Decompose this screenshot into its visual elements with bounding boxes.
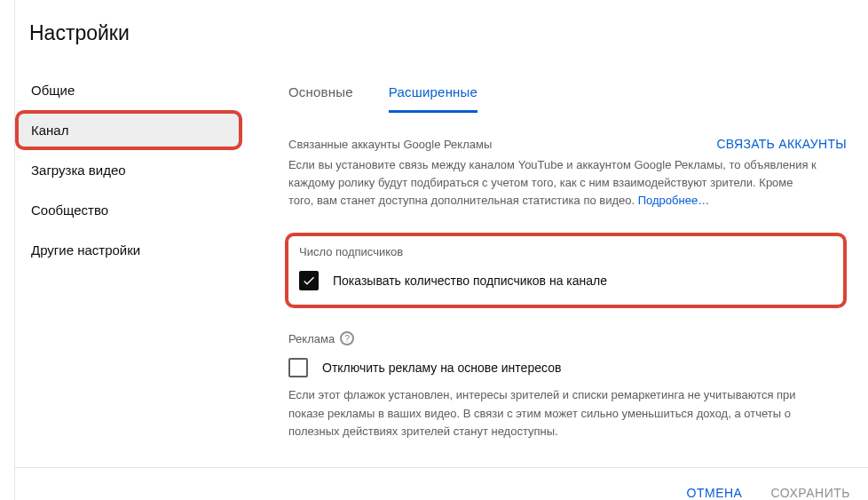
sidebar-item-upload[interactable]: Загрузка видео xyxy=(15,150,242,190)
sidebar-item-label: Общие xyxy=(31,83,75,98)
help-icon[interactable]: ? xyxy=(340,331,354,345)
sidebar-item-label: Загрузка видео xyxy=(31,163,126,178)
sidebar: Общие Канал Загрузка видео Сообщество Др… xyxy=(15,70,246,467)
ads-label: Реклама ? xyxy=(288,331,847,345)
learn-more-link[interactable]: Подробнее… xyxy=(638,194,709,207)
sidebar-item-other[interactable]: Другие настройки xyxy=(15,230,242,270)
ads-label-text: Реклама xyxy=(288,332,335,345)
linked-accounts-label: Связанные аккаунты Google Рекламы xyxy=(288,138,492,151)
show-subscribers-label: Показывать количество подписчиков на кан… xyxy=(333,274,607,288)
cancel-button[interactable]: ОТМЕНА xyxy=(687,486,743,500)
section-subscribers: Число подписчиков Показывать количество … xyxy=(285,233,847,308)
section-ads: Реклама ? Отключить рекламу на основе ин… xyxy=(288,331,847,440)
section-linked-accounts: Связанные аккаунты Google Рекламы СВЯЗАТ… xyxy=(288,137,847,210)
sidebar-item-general[interactable]: Общие xyxy=(15,70,242,110)
sidebar-item-label: Канал xyxy=(31,123,68,138)
dialog-footer: ОТМЕНА СОХРАНИТЬ xyxy=(14,467,868,500)
sidebar-item-community[interactable]: Сообщество xyxy=(15,190,242,230)
sidebar-item-channel[interactable]: Канал xyxy=(15,110,242,150)
settings-dialog: Настройки Общие Канал Загрузка видео Соо… xyxy=(0,0,868,500)
tab-basic[interactable]: Основные xyxy=(288,84,353,113)
ads-description: Если этот флажок установлен, интересы зр… xyxy=(288,386,821,440)
checkmark-icon xyxy=(302,274,316,288)
tab-advanced[interactable]: Расширенные xyxy=(389,84,477,113)
disable-interest-ads-label: Отключить рекламу на основе интересов xyxy=(322,361,561,375)
sidebar-item-label: Сообщество xyxy=(31,202,108,218)
linked-desc-text: Если вы установите связь между каналом Y… xyxy=(288,158,817,207)
save-button: СОХРАНИТЬ xyxy=(770,486,850,500)
tabs: Основные Расширенные xyxy=(288,70,847,114)
link-accounts-button[interactable]: СВЯЗАТЬ АККАУНТЫ xyxy=(716,137,847,151)
main-panel: Основные Расширенные Связанные аккаунты … xyxy=(246,70,868,467)
dialog-body: Общие Канал Загрузка видео Сообщество Др… xyxy=(14,70,868,467)
disable-interest-ads-checkbox[interactable] xyxy=(288,358,308,377)
dialog-title: Настройки xyxy=(14,0,868,70)
sidebar-item-label: Другие настройки xyxy=(31,242,140,258)
subscribers-label: Число подписчиков xyxy=(299,245,832,258)
linked-accounts-description: Если вы установите связь между каналом Y… xyxy=(288,156,821,210)
show-subscribers-checkbox[interactable] xyxy=(299,271,319,290)
